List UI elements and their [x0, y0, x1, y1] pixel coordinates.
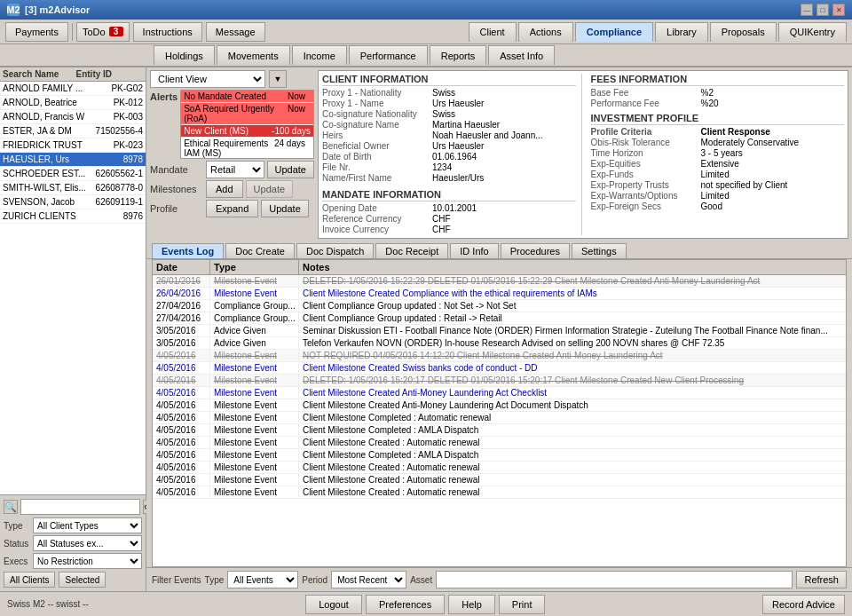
- tab-assetinfo[interactable]: Asset Info: [488, 45, 555, 65]
- search-icon[interactable]: 🔍: [4, 500, 18, 514]
- status-filter-select[interactable]: All Statuses ex...: [33, 535, 142, 551]
- profile-update-button[interactable]: Update: [261, 200, 308, 217]
- client-list-row[interactable]: SCHROEDER EST...62605562-1: [0, 167, 146, 181]
- help-button[interactable]: Help: [448, 595, 495, 614]
- search-input[interactable]: [20, 499, 140, 515]
- milestones-add-button[interactable]: Add: [206, 180, 243, 198]
- events-table-row[interactable]: 4/05/2016Milestone EventClient Milestone…: [153, 362, 846, 375]
- logout-button[interactable]: Logout: [305, 595, 362, 614]
- alert-row: New Client (MS)-100 days: [181, 125, 313, 138]
- events-table-row[interactable]: 4/05/2016Milestone EventClient Milestone…: [153, 424, 846, 437]
- tab-client[interactable]: Client: [469, 22, 517, 42]
- message-button[interactable]: Message: [206, 22, 265, 42]
- events-table-row[interactable]: 4/05/2016Milestone EventClient Milestone…: [153, 437, 846, 449]
- events-tab[interactable]: Settings: [572, 243, 627, 258]
- info-row: Co-signature NameMartina Haeusler: [322, 120, 576, 130]
- client-list-row[interactable]: HAEUSLER, Urs8978: [0, 153, 146, 167]
- client-list-row[interactable]: ESTER, JA & DM71502556-4: [0, 124, 146, 138]
- info-row: Co-signature NationalitySwiss: [322, 109, 576, 119]
- col-entity-id: Entity ID: [74, 67, 146, 81]
- events-tab[interactable]: Procedures: [501, 243, 570, 258]
- alert-row: SoA Required Urgently (RoA)Now: [181, 103, 313, 125]
- tab-movements[interactable]: Movements: [217, 45, 290, 65]
- app-icon: M2: [7, 4, 20, 16]
- events-table-row[interactable]: 4/05/2016Milestone EventClient Milestone…: [153, 474, 846, 486]
- status-text: Swiss M2 -- swisst --: [7, 599, 89, 609]
- client-list-row[interactable]: ARNOLD, Francis WPK-003: [0, 110, 146, 124]
- payments-button[interactable]: Payments: [5, 22, 68, 42]
- filter-period-select[interactable]: Most Recent: [331, 571, 406, 588]
- info-row: HeirsNoah Haeusler and Joann...: [322, 130, 576, 140]
- preferences-button[interactable]: Preferences: [366, 595, 445, 614]
- events-tab[interactable]: ID Info: [450, 243, 498, 258]
- selected-button[interactable]: Selected: [59, 572, 106, 588]
- client-list-row[interactable]: SMITH-WILST, Elis...62608778-0: [0, 181, 146, 195]
- events-table-row[interactable]: 3/05/2016Advice GivenSeminar Diskussion …: [153, 325, 846, 337]
- alert-row: No Mandate CreatedNow: [181, 91, 313, 103]
- events-table-row[interactable]: 4/05/2016Milestone EventClient Milestone…: [153, 486, 846, 499]
- profile-expand-button[interactable]: Expand: [206, 200, 258, 217]
- events-table-row[interactable]: 4/05/2016Milestone EventDELETED: 1/05/20…: [153, 375, 846, 387]
- tab-performance[interactable]: Performance: [349, 45, 428, 65]
- client-view-select[interactable]: Client View Portfolio View: [150, 70, 265, 88]
- filter-asset-input[interactable]: [436, 571, 793, 588]
- instructions-button[interactable]: Instructions: [133, 22, 202, 42]
- alert-row: Ethical Requirements IAM (MS)24 days: [181, 138, 313, 159]
- execs-filter-select[interactable]: No Restriction: [33, 553, 142, 569]
- client-list-row[interactable]: ARNOLD FAMILY ...PK-G02: [0, 82, 146, 96]
- all-clients-button[interactable]: All Clients: [4, 572, 55, 588]
- record-advice-button[interactable]: Record Advice: [762, 595, 845, 614]
- events-table-row[interactable]: 4/05/2016Milestone EventClient Milestone…: [153, 387, 846, 399]
- client-list-row[interactable]: FRIEDRICK TRUSTPK-023: [0, 138, 146, 153]
- print-button[interactable]: Print: [499, 595, 546, 614]
- client-list-row[interactable]: ZURICH CLIENTS8976: [0, 209, 146, 224]
- events-tab[interactable]: Doc Receipt: [375, 243, 448, 258]
- todo-button[interactable]: ToDo 3: [76, 22, 130, 42]
- filter-type-label: Type: [205, 575, 225, 585]
- events-table-row[interactable]: 4/05/2016Milestone EventClient Milestone…: [153, 399, 846, 412]
- events-table-row[interactable]: 3/05/2016Advice GivenTelefon Verkaufen N…: [153, 337, 846, 350]
- client-list-row[interactable]: ARNOLD, BeatricePK-012: [0, 96, 146, 110]
- refresh-button[interactable]: Refresh: [796, 571, 847, 588]
- events-tab[interactable]: Doc Create: [225, 243, 295, 258]
- events-col-date: Date: [153, 260, 210, 274]
- events-table-row[interactable]: 4/05/2016Milestone EventNOT REQUIRED 04/…: [153, 350, 846, 362]
- maximize-button[interactable]: □: [816, 4, 829, 16]
- filter-type-select[interactable]: All Events: [227, 571, 298, 588]
- tab-holdings[interactable]: Holdings: [154, 45, 215, 65]
- tab-quikentry[interactable]: QUIKentry: [778, 22, 847, 42]
- events-table-row[interactable]: 26/04/2016Milestone EventClient Mileston…: [153, 288, 846, 300]
- mandate-select[interactable]: Retail: [206, 161, 264, 178]
- nav-tabs-container: Client Actions Compliance Library Propos…: [469, 22, 847, 42]
- info-row: Opening Date10.01.2001: [322, 203, 576, 213]
- events-table-row[interactable]: 27/04/2016Compliance Group...Client Comp…: [153, 312, 846, 325]
- events-table-row[interactable]: 4/05/2016Milestone EventClient Milestone…: [153, 449, 846, 462]
- events-table-row[interactable]: 27/04/2016Compliance Group...Client Comp…: [153, 300, 846, 312]
- tab-income[interactable]: Income: [292, 45, 347, 65]
- events-col-notes: Notes: [299, 260, 846, 274]
- client-view-dropdown-icon[interactable]: ▼: [269, 70, 287, 88]
- type-filter-select[interactable]: All Client Types: [33, 517, 142, 533]
- minimize-button[interactable]: —: [801, 4, 813, 16]
- tab-compliance[interactable]: Compliance: [575, 22, 653, 42]
- status-filter-label: Status: [4, 539, 30, 549]
- tab-proposals[interactable]: Proposals: [710, 22, 777, 42]
- events-table-row[interactable]: 4/05/2016Milestone EventClient Milestone…: [153, 462, 846, 474]
- close-button[interactable]: ✕: [832, 4, 845, 16]
- tab-library[interactable]: Library: [655, 22, 708, 42]
- events-col-type: Type: [210, 260, 299, 274]
- milestones-update-button[interactable]: Update: [246, 180, 293, 198]
- events-tab[interactable]: Events Log: [152, 243, 224, 258]
- events-table-row[interactable]: 26/01/2016Milestone EventDELETED: 1/05/2…: [153, 275, 846, 288]
- events-body: 26/01/2016Milestone EventDELETED: 1/05/2…: [153, 275, 846, 566]
- events-table-row[interactable]: 4/05/2016Milestone EventClient Milestone…: [153, 412, 846, 424]
- info-row: Reference CurrencyCHF: [322, 214, 576, 224]
- tab-actions[interactable]: Actions: [518, 22, 573, 42]
- client-list-row[interactable]: SVENSON, Jacob62609119-1: [0, 195, 146, 209]
- tab-reports[interactable]: Reports: [430, 45, 487, 65]
- mandate-update-button[interactable]: Update: [267, 161, 314, 178]
- client-info-title: CLIENT INFORMATION: [322, 74, 576, 86]
- info-row: Invoice CurrencyCHF: [322, 225, 576, 234]
- events-tab[interactable]: Doc Dispatch: [296, 243, 374, 258]
- info-row: Beneficial OwnerUrs Haeusler: [322, 141, 576, 151]
